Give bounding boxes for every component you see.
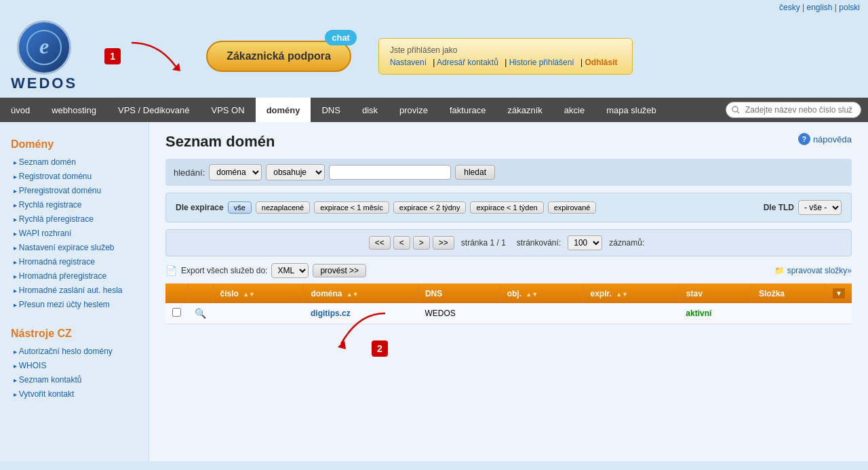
sidebar-item-hromadna-reg[interactable]: Hromadná registrace: [0, 254, 149, 269]
page-first-btn[interactable]: <<: [369, 236, 391, 250]
sidebar-item-rychla-reg[interactable]: Rychlá registrace: [0, 197, 149, 212]
nav-uvod[interactable]: úvod: [0, 98, 41, 122]
export-bar: 📄 Export všech služeb do: XML CSV provés…: [165, 263, 852, 278]
tld-select[interactable]: - vše - .cz .com .eu: [798, 200, 842, 215]
arrow-1-icon: [125, 36, 186, 77]
page-count-label: stránkování:: [517, 238, 561, 248]
th-checkbox: [165, 283, 188, 303]
zoom-icon[interactable]: 🔍: [195, 308, 206, 319]
nav-domeny[interactable]: domény: [256, 98, 311, 122]
nav-provize[interactable]: provize: [389, 98, 439, 122]
nav-search-input[interactable]: [726, 102, 861, 118]
filter-exp-1-tyden[interactable]: expirace < 1 týden: [470, 201, 543, 214]
nav-fakturace[interactable]: fakturace: [439, 98, 496, 122]
sidebar-item-seznam-domen[interactable]: Seznam domén: [0, 155, 149, 169]
lang-polish[interactable]: polski: [839, 3, 860, 12]
svg-text:e: e: [39, 34, 49, 58]
logo-circle: e: [17, 20, 71, 75]
page-info: stránka 1 / 1: [461, 238, 506, 248]
column-dropdown-btn[interactable]: ▼: [833, 288, 845, 298]
export-button[interactable]: provést >>: [313, 264, 366, 277]
export-label: Export všech služeb do:: [181, 266, 267, 275]
nav-dns[interactable]: DNS: [311, 98, 351, 122]
nav-mapa[interactable]: mapa služeb: [595, 98, 667, 122]
page-next-btn[interactable]: >: [413, 236, 430, 250]
row-checkbox[interactable]: [172, 308, 181, 317]
lang-czech[interactable]: česky: [779, 3, 800, 12]
search-button[interactable]: hledat: [455, 165, 495, 180]
nav-vps-on[interactable]: VPS ON: [201, 98, 256, 122]
help-link[interactable]: ? nápověda: [798, 133, 852, 145]
header: e WEDOS 1 Zákaznická podpora chat Jste p…: [0, 15, 868, 98]
arrow-2-icon: [331, 310, 399, 357]
help-icon: ?: [798, 133, 810, 145]
sidebar-item-auth-heslo[interactable]: Autorizační heslo domény: [0, 344, 149, 358]
search-condition-select[interactable]: obsahuje začíná na rovná se: [266, 164, 325, 180]
sidebar-item-preregistrovat[interactable]: Přeregistrovat doménu: [0, 183, 149, 197]
sidebar-item-hromadne-zaslani[interactable]: Hromadné zaslání aut. hesla: [0, 283, 149, 297]
lang-english[interactable]: english: [806, 3, 832, 12]
nav-webhosting[interactable]: webhosting: [41, 98, 107, 122]
nav-settings-link[interactable]: Nastavení: [390, 58, 427, 67]
chat-bubble: chat: [325, 30, 357, 45]
sidebar-item-presun[interactable]: Přesun mezi účty heslem: [0, 297, 149, 311]
filter-expirace-group: Dle expirace vše nezaplacené expirace < …: [176, 201, 596, 214]
support-button[interactable]: Zákaznická podpora chat: [206, 41, 351, 72]
sidebar-item-whois[interactable]: WHOIS: [0, 358, 149, 372]
th-expir: expir. ▲▼: [583, 283, 679, 303]
row-domena: digitips.cz 2: [304, 303, 418, 324]
search-bar: hledání: doména číslo DNS obsahuje začín…: [165, 159, 852, 186]
sidebar-item-seznam-kontaktu[interactable]: Seznam kontaktů: [0, 372, 149, 387]
filter-expirace-label: Dle expirace: [176, 203, 224, 212]
th-domena: doména ▲▼: [304, 283, 418, 303]
filter-vse[interactable]: vše: [228, 201, 252, 214]
filter-exp-1-mesic[interactable]: expirace < 1 měsíc: [314, 201, 389, 214]
th-cislo: číslo ▲▼: [213, 283, 304, 303]
row-actions: [826, 303, 852, 324]
sidebar-item-vytvorit-kontakt[interactable]: Vytvořit kontakt: [0, 387, 149, 401]
pagination-bar: << < > >> stránka 1 / 1 stránkování: 100…: [165, 229, 852, 256]
sidebar-section-domeny-title: Domény: [0, 133, 149, 155]
manage-folders-label: spravovat složky»: [787, 266, 852, 275]
filter-section: Dle expirace vše nezaplacené expirace < …: [165, 193, 852, 222]
page-count-select[interactable]: 100 50 25: [568, 235, 602, 250]
page-prev-btn[interactable]: <: [393, 236, 410, 250]
sidebar-item-wapi[interactable]: WAPI rozhraní: [0, 226, 149, 240]
login-info-box: Jste přihlášen jako Nastavení | Adresář …: [378, 38, 633, 75]
sidebar-item-rychla-prereg[interactable]: Rychlá přeregistrace: [0, 212, 149, 226]
filter-nezaplacene[interactable]: nezaplacené: [256, 201, 310, 214]
page-header: Seznam domén ? nápověda: [165, 133, 852, 151]
export-format-select[interactable]: XML CSV: [271, 263, 309, 278]
sidebar-item-registrovat[interactable]: Registrovat doménu: [0, 169, 149, 183]
sidebar-item-nastaveni-exp[interactable]: Nastavení expirace služeb: [0, 240, 149, 254]
th-slozka: Složka: [752, 283, 826, 303]
sidebar-item-hromadna-prereg[interactable]: Hromadná přeregistrace: [0, 269, 149, 283]
filter-tld-group: Dle TLD - vše - .cz .com .eu: [764, 200, 842, 215]
search-type-select[interactable]: doména číslo DNS: [209, 164, 262, 180]
export-left: 📄 Export všech služeb do: XML CSV provés…: [165, 263, 366, 278]
support-label: Zákaznická podpora: [226, 50, 331, 62]
nav-akcie[interactable]: akcie: [553, 98, 595, 122]
export-icon: 📄: [165, 265, 177, 276]
brand-name: WEDOS: [11, 75, 77, 92]
nav-disk[interactable]: disk: [351, 98, 389, 122]
nav-zakaznik[interactable]: zákazník: [496, 98, 553, 122]
logout-link[interactable]: Odhlásit: [585, 58, 617, 67]
th-actions: ▼: [826, 283, 852, 303]
filter-exp-2-tydny[interactable]: expirace < 2 týdny: [393, 201, 467, 214]
page-last-btn[interactable]: >>: [433, 236, 454, 250]
row-cislo: [213, 303, 304, 324]
folder-icon: 📁: [774, 266, 785, 275]
table-header: číslo ▲▼ doména ▲▼ DNS obj. ▲▼: [165, 283, 852, 303]
nav-contacts-link[interactable]: Adresář kontaktů: [437, 58, 498, 67]
nav-history-link[interactable]: Historie přihlášení: [509, 58, 574, 67]
annotation-badge-2: 2: [372, 340, 388, 357]
search-value-input[interactable]: [329, 165, 451, 180]
manage-folders-link[interactable]: 📁 spravovat složky»: [774, 266, 852, 275]
records-label: záznamů:: [609, 238, 644, 248]
annotation-1-area: 1: [104, 36, 186, 77]
nav-vps-dedik[interactable]: VPS / Dedikované: [107, 98, 201, 122]
table-wrapper: číslo ▲▼ doména ▲▼ DNS obj. ▲▼: [165, 283, 852, 324]
th-dns: DNS: [418, 283, 500, 303]
filter-expirovane[interactable]: expirované: [548, 201, 597, 214]
